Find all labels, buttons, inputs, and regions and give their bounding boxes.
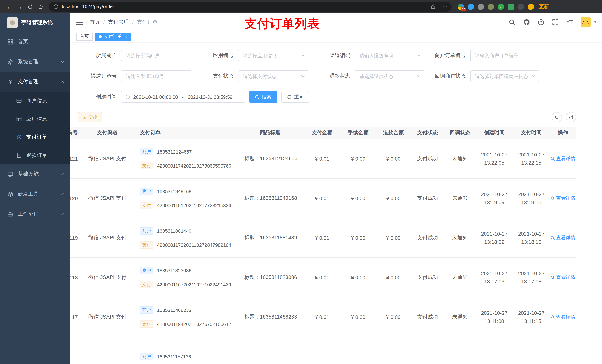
channel-order-no-field[interactable]: [121, 70, 191, 82]
table-toolbar: 导出: [70, 112, 602, 123]
pay-line: 支付 4200001181202110277723215336: [140, 202, 231, 209]
browser-extension-icon[interactable]: [488, 3, 494, 10]
channel-code-label: 渠道编码: [308, 52, 355, 59]
caret-down-icon[interactable]: ▾: [594, 20, 596, 24]
browser-extension-icon[interactable]: [517, 3, 524, 10]
sidebar-item-home[interactable]: 首页: [0, 32, 70, 52]
merchant-order-no-input[interactable]: [470, 50, 539, 62]
search-icon[interactable]: [509, 19, 516, 25]
merchant-tag: 商户: [140, 187, 153, 195]
payment-submenu: 商户信息 应用信息 支付订单 退款订单: [0, 92, 70, 164]
browser-extension-icon[interactable]: [508, 3, 514, 10]
browser-forward-icon[interactable]: →: [15, 2, 24, 11]
create-time-label: 创建时间: [70, 94, 121, 100]
site-info-icon[interactable]: [53, 4, 58, 9]
refresh-icon: [569, 115, 573, 120]
cell-actions: 查看详情: [550, 337, 576, 364]
column-header: 手续金额: [341, 127, 376, 139]
browser-extension-icon[interactable]: ✓: [498, 3, 504, 10]
browser-extension-icon[interactable]: 10: [458, 3, 464, 10]
sidebar-item-payment[interactable]: ¥ 支付管理: [0, 72, 70, 92]
view-detail-link[interactable]: 查看详情: [550, 195, 575, 202]
channel-code-input[interactable]: [355, 50, 424, 62]
channel-code-select[interactable]: [355, 50, 424, 62]
search-button[interactable]: 搜索: [249, 91, 277, 103]
tab-pay-order[interactable]: 支付订单 ×: [95, 32, 131, 41]
sidebar-item-pay-order[interactable]: 支付订单: [0, 128, 70, 146]
breadcrumb-item[interactable]: 支付管理: [108, 19, 129, 25]
browser-update-button[interactable]: 更新: [539, 3, 549, 10]
refund-status-select[interactable]: [355, 70, 424, 82]
view-detail-link[interactable]: 查看详情: [550, 235, 575, 241]
browser-menu-icon[interactable]: ⋮: [552, 4, 558, 10]
sidebar-item-workflow[interactable]: 工作流程: [0, 204, 70, 224]
tab-label: 支付订单: [104, 33, 122, 40]
sidebar-item-label: 支付管理: [18, 78, 39, 85]
view-detail-link[interactable]: 查看详情: [550, 314, 575, 320]
sidebar-item-infrastructure[interactable]: 基础设施: [0, 164, 70, 184]
sidebar-item-refund-order[interactable]: 退款订单: [0, 146, 70, 164]
sidebar-item-system[interactable]: 系统管理: [0, 52, 70, 72]
chevron-down-icon: [60, 192, 64, 196]
browser-reload-icon[interactable]: [25, 2, 35, 11]
browser-back-icon[interactable]: ←: [4, 2, 14, 11]
share-icon[interactable]: [431, 4, 436, 9]
breadcrumb-item[interactable]: 首页: [90, 19, 100, 25]
merchant-input[interactable]: [121, 50, 191, 62]
browser-extension-icon[interactable]: [527, 3, 534, 10]
cell-refund-amount: ¥ 0.00: [376, 258, 411, 297]
sidebar-item-dev-tools[interactable]: 研发工具: [0, 184, 70, 204]
pay-status-select[interactable]: [238, 70, 308, 82]
cell-actions: 查看详情: [550, 179, 576, 218]
url-text[interactable]: localhost:1024/pay/order: [62, 4, 431, 9]
app-no-select[interactable]: [238, 50, 308, 62]
export-button[interactable]: 导出: [78, 112, 102, 123]
cell-create-time: 2021-10-2713:11:08: [476, 297, 513, 337]
tab-home[interactable]: 首页: [76, 32, 93, 41]
view-detail-link[interactable]: 查看详情: [550, 155, 575, 162]
help-icon[interactable]: [538, 19, 544, 25]
table-icon: [16, 116, 22, 122]
refresh-table-button[interactable]: [566, 112, 576, 123]
navbar-actions: тT ▾: [509, 17, 596, 27]
sidebar-item-merchant-info[interactable]: 商户信息: [0, 92, 70, 110]
font-size-icon[interactable]: тT: [567, 19, 573, 25]
app-logo[interactable]: 芋道管理系统: [0, 13, 70, 32]
column-header: 创建时间: [476, 127, 513, 139]
pay-status-input[interactable]: [238, 70, 308, 82]
browser-extension-icon[interactable]: [478, 3, 484, 10]
breadcrumb: 首页 / 支付管理 / 支付订单: [90, 19, 158, 25]
sidebar-item-app-info[interactable]: 应用信息: [0, 110, 70, 128]
close-icon[interactable]: ×: [124, 34, 127, 39]
merchant-label: 所属商户: [70, 52, 121, 59]
create-time-range-picker[interactable]: 2021-10-01 00:00:00 - 2021-10-31 23:59:5…: [121, 91, 246, 103]
browser-extension-icon[interactable]: [468, 3, 474, 10]
merchant-order-no-field[interactable]: [470, 50, 539, 62]
extension-badge: 10: [461, 8, 466, 11]
fullscreen-icon[interactable]: [552, 19, 559, 25]
monitor-icon: [7, 171, 13, 177]
hamburger-icon[interactable]: [76, 20, 83, 25]
merchant-select[interactable]: [121, 50, 191, 62]
card-icon: [16, 98, 22, 104]
channel-order-no-input[interactable]: [121, 70, 191, 82]
check-icon: ✓: [498, 3, 504, 10]
cell-id: 119: [70, 218, 81, 258]
cell-pay-amount: ¥ 0.01: [304, 218, 341, 258]
merchant-tag: 商户: [140, 227, 153, 235]
app-no-input[interactable]: [238, 50, 308, 62]
bookmark-star-icon[interactable]: ☆: [443, 4, 447, 10]
cell-create-time: [476, 337, 513, 364]
address-bar[interactable]: localhost:1024/pay/order ☆: [49, 2, 452, 12]
toggle-search-button[interactable]: [552, 112, 562, 123]
search-icon: [554, 115, 559, 120]
callback-status-select[interactable]: [470, 70, 539, 82]
reset-button[interactable]: 重置: [281, 91, 309, 103]
callback-status-input[interactable]: [470, 70, 539, 82]
avatar[interactable]: [580, 17, 591, 27]
refund-status-input[interactable]: [355, 70, 424, 82]
view-detail-link[interactable]: 查看详情: [550, 274, 575, 281]
table-row: 119 微信 JSAPI 支付 商户 1635311881440 支付 4200…: [70, 218, 576, 258]
github-icon[interactable]: [523, 19, 530, 25]
browser-home-icon[interactable]: [35, 2, 45, 11]
